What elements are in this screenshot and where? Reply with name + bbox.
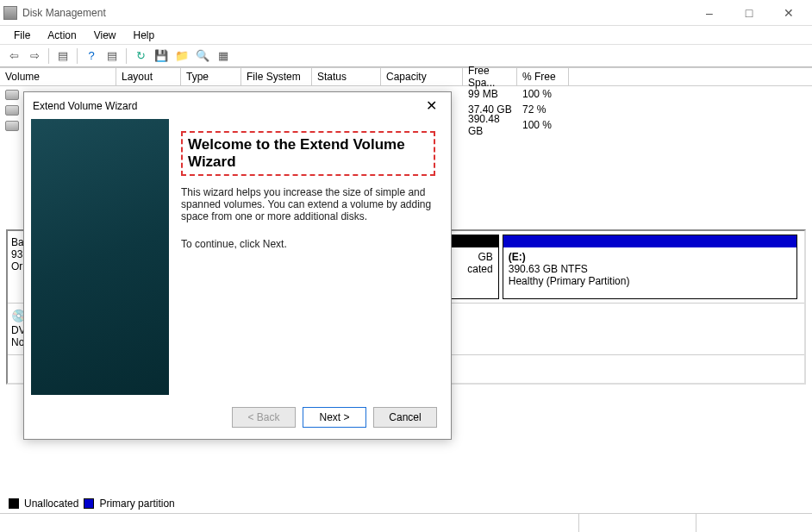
cell-pfree: 100 % xyxy=(517,119,569,131)
col-volume[interactable]: Volume xyxy=(0,68,116,85)
search-icon[interactable]: 🔍 xyxy=(194,47,211,65)
cell-free: 99 MB xyxy=(463,88,517,100)
panel-icon[interactable]: ▤ xyxy=(54,47,72,65)
next-button[interactable]: Next > xyxy=(303,407,366,428)
minimize-button[interactable]: – xyxy=(690,0,729,26)
close-button[interactable]: ✕ xyxy=(769,0,809,26)
volume-icon xyxy=(5,90,19,100)
statusbar xyxy=(0,513,812,532)
col-percent-free[interactable]: % Free xyxy=(517,68,569,85)
col-status[interactable]: Status xyxy=(312,68,381,85)
wizard-continue-text: To continue, click Next. xyxy=(181,238,435,250)
back-icon[interactable]: ⇦ xyxy=(5,47,22,65)
legend-unallocated: Unallocated xyxy=(24,498,78,510)
volume-icon xyxy=(5,121,19,131)
cell-free: 390.48 GB xyxy=(463,113,517,137)
partition-body: (E:) 390.63 GB NTFS Healthy (Primary Par… xyxy=(503,247,796,298)
wizard-side-graphic xyxy=(31,119,169,395)
wizard-title-text: Extend Volume Wizard xyxy=(33,100,137,112)
partition-size: 390.63 GB NTFS xyxy=(509,263,791,275)
wizard-body: Welcome to the Extend Volume Wizard This… xyxy=(24,119,451,395)
status-seg xyxy=(696,514,812,532)
menu-action[interactable]: Action xyxy=(39,28,84,43)
partition-e[interactable]: (E:) 390.63 GB NTFS Healthy (Primary Par… xyxy=(503,235,797,299)
extend-volume-wizard: Extend Volume Wizard ✕ Welcome to the Ex… xyxy=(23,91,452,440)
col-layout[interactable]: Layout xyxy=(116,68,181,85)
volume-icon xyxy=(5,105,19,116)
col-freespace[interactable]: Free Spa... xyxy=(463,68,517,85)
toolbar-separator xyxy=(48,48,49,64)
partition-status: Healthy (Primary Partition) xyxy=(509,275,791,287)
toolbar: ⇦ ⇨ ▤ ? ▤ ↻ 💾 📁 🔍 ▦ xyxy=(0,45,812,67)
window-controls: – □ ✕ xyxy=(690,0,809,26)
cell-pfree: 100 % xyxy=(517,88,569,100)
swatch-primary xyxy=(84,498,94,509)
folder-icon[interactable]: 📁 xyxy=(173,47,191,65)
forward-icon[interactable]: ⇨ xyxy=(26,47,43,65)
cancel-button[interactable]: Cancel xyxy=(373,407,437,428)
volume-column-header: Volume Layout Type File System Status Ca… xyxy=(0,67,812,86)
help-icon[interactable]: ? xyxy=(83,47,100,65)
wizard-heading: Welcome to the Extend Volume Wizard xyxy=(181,131,435,176)
menu-view[interactable]: View xyxy=(85,28,125,43)
wizard-titlebar: Extend Volume Wizard ✕ xyxy=(24,92,451,119)
legend-primary: Primary partition xyxy=(99,498,174,510)
col-capacity[interactable]: Capacity xyxy=(381,68,463,85)
back-button: < Back xyxy=(232,407,296,428)
partition-header xyxy=(503,235,796,247)
tool-icon[interactable]: ▦ xyxy=(215,47,232,65)
drive-icon[interactable]: 💾 xyxy=(153,47,170,65)
col-filesystem[interactable]: File System xyxy=(241,68,312,85)
partition-label: (E:) xyxy=(509,251,791,263)
app-title: Disk Management xyxy=(22,7,690,19)
wizard-description: This wizard helps you increase the size … xyxy=(181,186,435,222)
swatch-unallocated xyxy=(9,498,19,509)
menu-file[interactable]: File xyxy=(5,28,39,43)
menubar: File Action View Help xyxy=(0,26,812,45)
status-seg xyxy=(579,514,696,532)
list-icon[interactable]: ▤ xyxy=(103,47,121,65)
cell-pfree: 72 % xyxy=(517,103,569,116)
titlebar: Disk Management – □ ✕ xyxy=(0,0,812,26)
menu-help[interactable]: Help xyxy=(125,28,164,43)
col-type[interactable]: Type xyxy=(181,68,241,85)
refresh-icon[interactable]: ↻ xyxy=(132,47,149,65)
legend: Unallocated Primary partition xyxy=(9,498,175,510)
wizard-footer: < Back Next > Cancel xyxy=(24,395,451,440)
toolbar-separator xyxy=(77,48,78,64)
close-icon[interactable]: ✕ xyxy=(421,97,442,114)
col-spacer xyxy=(569,68,812,85)
status-seg xyxy=(0,514,579,532)
app-icon xyxy=(3,6,17,20)
wizard-main: Welcome to the Extend Volume Wizard This… xyxy=(169,119,451,395)
toolbar-separator xyxy=(126,48,127,64)
maximize-button[interactable]: □ xyxy=(729,0,769,26)
